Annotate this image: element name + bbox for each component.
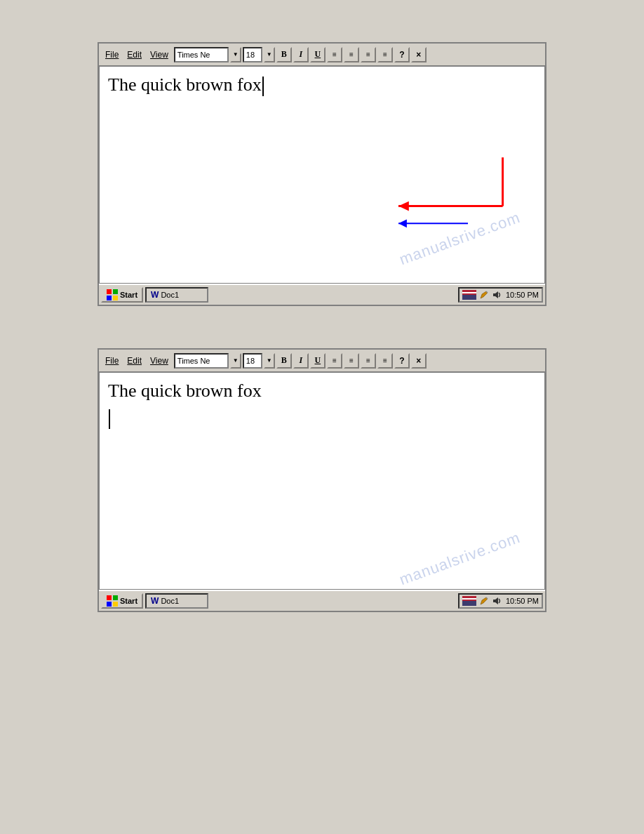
close-button-2[interactable]: × bbox=[411, 353, 427, 369]
list-button-2[interactable]: ≡ bbox=[377, 353, 393, 369]
svg-rect-5 bbox=[107, 289, 112, 294]
font-dropdown-btn[interactable]: ▼ bbox=[230, 47, 241, 62]
align-right-button[interactable]: ≡ bbox=[361, 47, 376, 62]
speaker-icon-2 bbox=[492, 596, 503, 606]
speaker-icon-1 bbox=[492, 290, 503, 300]
svg-rect-15 bbox=[107, 595, 112, 600]
flag-icon-1 bbox=[462, 290, 476, 300]
italic-button[interactable]: I bbox=[293, 47, 309, 62]
svg-marker-4 bbox=[398, 219, 407, 227]
view-menu[interactable]: View bbox=[146, 48, 173, 61]
svg-rect-7 bbox=[107, 296, 112, 300]
svg-marker-1 bbox=[398, 201, 409, 211]
word-icon-2: W bbox=[151, 596, 159, 606]
doc-task-label-2: Doc1 bbox=[161, 597, 179, 605]
pen-icon-2 bbox=[479, 596, 489, 606]
svg-rect-16 bbox=[113, 595, 118, 600]
file-menu[interactable]: File bbox=[101, 48, 123, 61]
word-icon-1: W bbox=[151, 290, 159, 300]
menu-bar-2: File Edit View bbox=[101, 355, 173, 367]
underline-button[interactable]: U bbox=[310, 47, 326, 62]
toolbar-1: File Edit View Times Ne ▼ 18 ▼ B I U ≡ ≡… bbox=[99, 44, 545, 66]
watermark-1: manualsrive.com bbox=[397, 208, 523, 269]
help-button[interactable]: ? bbox=[394, 47, 410, 62]
size-dropdown-btn[interactable]: ▼ bbox=[264, 47, 275, 62]
edit-menu-2[interactable]: Edit bbox=[123, 355, 146, 367]
window-1: File Edit View Times Ne ▼ 18 ▼ B I U ≡ ≡… bbox=[98, 42, 546, 306]
svg-rect-17 bbox=[107, 602, 112, 607]
help-button-2[interactable]: ? bbox=[394, 353, 410, 369]
font-name-box-2[interactable]: Times Ne bbox=[174, 353, 229, 369]
align-left-button-2[interactable]: ≡ bbox=[327, 353, 342, 369]
font-size-box[interactable]: 18 bbox=[243, 47, 262, 62]
doc-task-label-1: Doc1 bbox=[161, 291, 179, 299]
windows-logo-icon-2 bbox=[107, 595, 118, 607]
underline-button-2[interactable]: U bbox=[310, 353, 326, 369]
clock-2: 10:50 PM bbox=[506, 597, 539, 605]
size-dropdown-btn-2[interactable]: ▼ bbox=[264, 353, 275, 369]
list-button[interactable]: ≡ bbox=[377, 47, 393, 62]
watermark-2: manualsrive.com bbox=[397, 529, 523, 589]
toolbar-2: File Edit View Times Ne ▼ 18 ▼ B I U ≡ ≡… bbox=[99, 350, 545, 372]
file-menu-2[interactable]: File bbox=[101, 355, 123, 367]
document-area-2[interactable]: The quick brown fox manualsrive.com bbox=[99, 372, 545, 590]
windows-logo-icon-1 bbox=[107, 289, 118, 300]
clock-1: 10:50 PM bbox=[506, 291, 539, 299]
svg-rect-20 bbox=[462, 601, 476, 606]
second-line-cursor bbox=[108, 409, 536, 429]
window-2: File Edit View Times Ne ▼ 18 ▼ B I U ≡ ≡… bbox=[98, 348, 546, 612]
doc-text-1: The quick brown fox bbox=[108, 72, 536, 98]
svg-rect-11 bbox=[462, 292, 476, 293]
font-dropdown-btn-2[interactable]: ▼ bbox=[230, 353, 241, 369]
svg-rect-18 bbox=[113, 602, 118, 607]
view-menu-2[interactable]: View bbox=[146, 355, 173, 367]
doc-text-2: The quick brown fox bbox=[108, 378, 536, 404]
arrow-drawing-1 bbox=[100, 67, 544, 283]
italic-button-2[interactable]: I bbox=[293, 353, 309, 369]
align-center-button-2[interactable]: ≡ bbox=[344, 353, 359, 369]
menu-bar-1: File Edit View bbox=[101, 48, 173, 61]
edit-menu[interactable]: Edit bbox=[123, 48, 146, 61]
start-button-2[interactable]: Start bbox=[101, 593, 143, 609]
pen-icon-1 bbox=[479, 290, 489, 300]
close-button-1[interactable]: × bbox=[411, 47, 427, 62]
font-size-box-2[interactable]: 18 bbox=[243, 353, 262, 369]
svg-rect-8 bbox=[113, 296, 118, 300]
bold-button-2[interactable]: B bbox=[276, 353, 292, 369]
text-cursor-2 bbox=[109, 409, 110, 429]
bold-button[interactable]: B bbox=[276, 47, 292, 62]
start-label-2: Start bbox=[120, 597, 137, 605]
doc-task-button-2[interactable]: W Doc1 bbox=[145, 593, 208, 609]
start-button-1[interactable]: Start bbox=[101, 287, 143, 303]
taskbar-2: Start W Doc1 10:50 PM bbox=[99, 590, 545, 611]
svg-rect-6 bbox=[113, 289, 118, 294]
start-label-1: Start bbox=[120, 291, 137, 299]
align-left-button[interactable]: ≡ bbox=[327, 47, 342, 62]
doc-task-button-1[interactable]: W Doc1 bbox=[145, 287, 208, 303]
svg-rect-21 bbox=[462, 598, 476, 600]
svg-marker-14 bbox=[493, 291, 498, 298]
flag-icon-2 bbox=[462, 596, 476, 606]
taskbar-1: Start W Doc1 10:50 PM bbox=[99, 284, 545, 305]
text-cursor-1 bbox=[262, 77, 264, 96]
system-tray-1: 10:50 PM bbox=[458, 287, 543, 303]
document-area-1[interactable]: The quick brown fox manualsrive.com bbox=[99, 66, 545, 284]
svg-marker-24 bbox=[493, 597, 498, 604]
font-name-box[interactable]: Times Ne bbox=[174, 47, 229, 62]
align-right-button-2[interactable]: ≡ bbox=[361, 353, 376, 369]
system-tray-2: 10:50 PM bbox=[458, 593, 543, 609]
svg-rect-10 bbox=[462, 295, 476, 300]
align-center-button[interactable]: ≡ bbox=[344, 47, 359, 62]
